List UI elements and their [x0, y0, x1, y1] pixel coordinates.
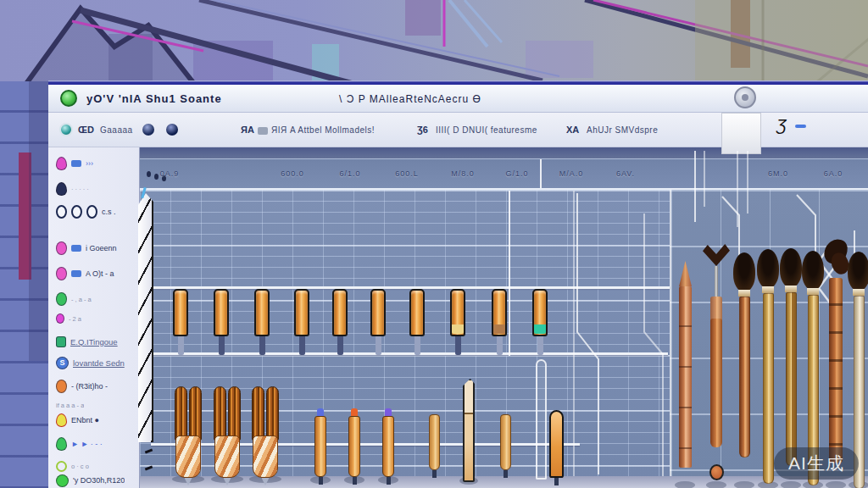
oe-glyph-icon[interactable]: ŒD — [78, 125, 94, 135]
ruler-tick: M/8.0 — [451, 169, 475, 178]
copper-pencil[interactable] — [679, 261, 692, 468]
wrapped-brush[interactable] — [825, 239, 847, 463]
toolbar-icon4[interactable]: XA — [566, 125, 579, 135]
toolbar-group2-label[interactable]: ЯIЯ A Attbel Mollmadels! — [271, 125, 375, 135]
teardrop-icon — [56, 157, 67, 170]
pencil-tip — [679, 261, 692, 286]
window-title: yO'V 'nlA Shu1 Soante — [86, 92, 222, 105]
small-brush-clip[interactable] — [382, 408, 394, 485]
pencil-clip[interactable] — [532, 289, 548, 357]
sidebar-item-label: - (R3it)ho - — [71, 382, 108, 391]
double-brush-clip[interactable] — [170, 386, 206, 481]
pencil-stem — [337, 336, 343, 355]
pencil-stem — [178, 336, 184, 355]
record-circle-icon[interactable] — [59, 123, 73, 136]
round-brush[interactable] — [780, 248, 802, 466]
sidebar-item[interactable]: ››› — [56, 155, 137, 172]
brush-ferrule — [785, 286, 797, 292]
brush-ferrule — [175, 435, 201, 478]
ruler-tick: 600.0 — [281, 169, 304, 178]
pencil-band — [452, 324, 464, 334]
pencil-clip[interactable] — [370, 289, 386, 357]
sidebar-item[interactable]: · · · · · — [56, 180, 137, 197]
brush-tuft — [252, 386, 264, 441]
brush-point — [353, 477, 357, 485]
sidebar-item[interactable]: - , a - a — [56, 291, 137, 308]
pencil-clip[interactable] — [409, 289, 425, 357]
toolbar-ball-icon[interactable] — [142, 124, 154, 136]
sidebar-item[interactable]: i Goeenn — [56, 240, 137, 257]
small-brush-clip[interactable] — [500, 414, 511, 478]
brush-ferrule — [807, 288, 819, 295]
floor-shadow — [826, 481, 846, 488]
pencil-body — [173, 289, 188, 336]
toolbar-group1-label[interactable]: Gaaaaa — [100, 125, 133, 135]
pencil-clip[interactable] — [173, 289, 188, 357]
sidebar-item[interactable]: E.Q.ITingoue — [56, 333, 137, 350]
brush-tuft — [228, 386, 241, 441]
ruler-marker-line — [540, 159, 542, 188]
sidebar-item-label: if a a a - a — [56, 402, 84, 409]
pencil-body — [492, 289, 507, 336]
tall-brush-clip[interactable] — [463, 379, 475, 482]
tool-dropdown-box[interactable] — [721, 113, 761, 154]
circle-icon — [71, 205, 82, 219]
brush-tip — [351, 408, 358, 416]
toolbar-ball-icon[interactable] — [166, 124, 178, 136]
pencil-clip[interactable] — [492, 289, 507, 357]
small-brush-clip[interactable] — [429, 414, 440, 478]
floor-shadow — [734, 481, 754, 488]
sidebar: ›››· · · · ·c.s .i GoeennA O)t - a- , a … — [48, 147, 140, 488]
round-brush[interactable] — [757, 249, 779, 484]
chip-icon — [71, 270, 81, 277]
pencil-clip[interactable] — [254, 289, 270, 357]
fan-brush[interactable] — [710, 244, 722, 447]
pencil-clip[interactable] — [214, 289, 229, 357]
brush-ferrule — [853, 289, 865, 296]
sidebar-item[interactable]: Slovantde Sedn — [56, 354, 137, 371]
timeline-ruler[interactable]: 0A.9600.06/1.0600.LM/8.0G/1.0M/A.06AV.6M… — [140, 158, 868, 190]
pencil-stem — [497, 336, 503, 355]
pencil-clip[interactable] — [332, 289, 348, 357]
sidebar-item-label: lovantde Sedn — [73, 358, 125, 368]
brush-body — [500, 414, 511, 470]
playhead-line[interactable] — [509, 191, 510, 356]
pen-glyph-icon[interactable]: Ʒ — [776, 116, 787, 135]
sidebar-item[interactable]: c.s . — [56, 203, 137, 220]
chip-icon — [71, 245, 81, 252]
double-brush-clip[interactable] — [209, 386, 245, 481]
ruler-tick: G/1.0 — [505, 169, 528, 178]
oval-icon — [56, 380, 67, 393]
sidebar-item[interactable]: - 2 a — [56, 310, 137, 327]
pencil-body — [332, 289, 348, 336]
brush-tuft — [189, 386, 202, 441]
pencil-stem — [219, 336, 225, 355]
small-brush-clip[interactable] — [549, 410, 564, 485]
brush-tip — [385, 408, 392, 416]
brush-tip — [317, 408, 324, 416]
toolbar-group4-label[interactable]: AhUJr SMVdspre — [587, 125, 658, 135]
small-brush-clip[interactable] — [348, 408, 360, 485]
round-brush[interactable] — [733, 252, 755, 458]
brush-bristle — [780, 248, 802, 287]
search-knob-icon[interactable] — [734, 86, 756, 108]
ruler-tick: 600.L — [395, 169, 419, 178]
sidebar-item[interactable]: 'y DO30h,R120 — [56, 472, 137, 488]
pencil-stem — [455, 336, 461, 355]
sidebar-item[interactable]: if a a a - a — [56, 396, 137, 413]
double-brush-clip[interactable] — [248, 386, 283, 481]
toolbar-icon3[interactable]: Ʒ6 — [417, 125, 428, 135]
toolbar-icon2[interactable]: ЯA — [241, 125, 254, 135]
sidebar-item[interactable]: A O)t - a — [56, 265, 137, 282]
pencil-clip[interactable] — [294, 289, 309, 357]
small-brush-clip[interactable] — [314, 408, 326, 485]
pencil-clip[interactable] — [450, 289, 465, 357]
sidebar-item[interactable]: ► ► · - · — [56, 435, 137, 452]
sidebar-item[interactable]: - (R3it)ho - — [56, 378, 137, 395]
grid-divider-line — [573, 191, 575, 476]
oval-icon — [56, 267, 67, 280]
square-icon — [56, 336, 66, 347]
toolbar-group3-label[interactable]: IIII( D DNUI( featuresme — [436, 125, 537, 135]
sidebar-item[interactable]: ENbnt ● — [56, 412, 137, 429]
pencil-body — [409, 289, 425, 336]
